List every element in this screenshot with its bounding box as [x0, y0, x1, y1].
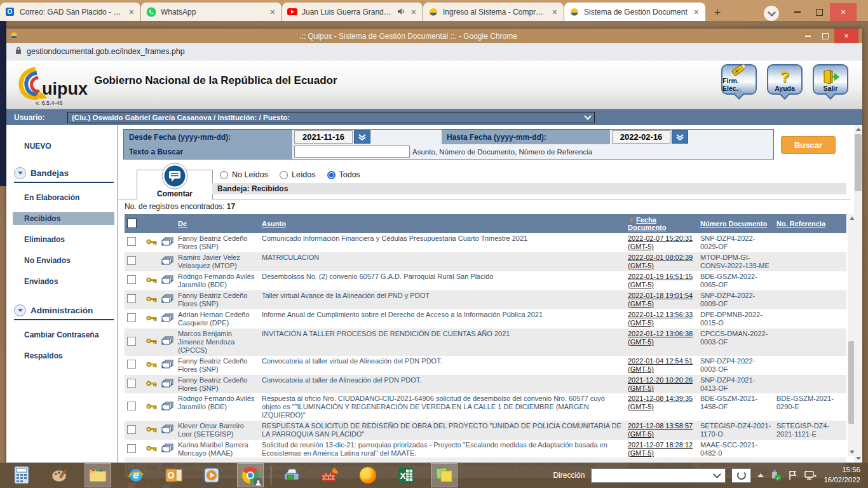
sidebar-item-recibidos[interactable]: Recibidos	[13, 212, 114, 225]
go-refresh-button[interactable]	[732, 468, 751, 483]
doc-subject[interactable]: Comunicado Información Financiera y Cédu…	[259, 233, 625, 252]
row-checkbox-cell[interactable]	[125, 271, 144, 290]
hasta-fecha-input[interactable]: 2022-02-16	[612, 130, 670, 144]
row-checkbox-cell[interactable]	[125, 233, 144, 252]
hasta-fecha-calendar-button[interactable]	[672, 130, 688, 144]
taskbar-clock[interactable]: 15:56 16/02/2022	[824, 465, 860, 485]
copy-document-icon[interactable]	[161, 363, 173, 370]
table-row[interactable]: Marcos Benjamin Jimenez Mendoza (CPCCS) …	[125, 329, 846, 356]
column-header-asunto[interactable]: Asunto	[259, 214, 625, 233]
copy-document-icon[interactable]	[161, 339, 173, 347]
row-checkbox-cell[interactable]	[125, 393, 144, 421]
sticky-notes-icon[interactable]	[431, 464, 457, 487]
table-row[interactable]: Karina Maribel Barrera Moncayo (MAAE) So…	[125, 440, 846, 459]
tab-close-icon[interactable]: ×	[693, 7, 700, 17]
browser-tab-quipux-active[interactable]: Sistema de Gestión Document ×	[564, 3, 705, 21]
copy-document-icon[interactable]	[161, 316, 173, 324]
tab-audio-icon[interactable]	[397, 6, 405, 18]
copy-document-icon[interactable]	[161, 428, 173, 435]
row-checkbox-cell[interactable]	[125, 309, 144, 329]
doc-date-link[interactable]: 2021-12-08 13:58:57 (GMT-5)	[628, 422, 693, 438]
table-row[interactable]: Ramiro Javier Velez Velasquez (MTOP) MAT…	[125, 252, 846, 271]
app-close-button[interactable]: ×	[834, 29, 858, 43]
network-icon[interactable]	[804, 470, 817, 480]
doc-subject[interactable]: RESPUESTA A SOLICITUD DE REDISEÑO DE OBR…	[259, 421, 625, 440]
select-all-checkbox[interactable]	[125, 214, 144, 233]
salir-button[interactable]: Salir	[813, 64, 848, 95]
browser-tab-whatsapp[interactable]: WhatsApp ×	[141, 3, 282, 21]
paint-icon[interactable]	[47, 464, 72, 487]
copy-document-icon[interactable]	[161, 447, 173, 454]
calculator-icon[interactable]	[9, 464, 34, 487]
browser-tab-youtube[interactable]: Juan Luis Guerra Grande M ×	[282, 3, 423, 21]
doc-date-link[interactable]: 2021-12-20 10:20:26 (GMT-5)	[628, 376, 693, 392]
sidebar-item-respaldos[interactable]: Respaldos	[6, 349, 114, 362]
sidebar-item-en-elaboracion[interactable]: En Elaboración	[6, 191, 114, 204]
radio-icon[interactable]	[220, 171, 228, 179]
sidebar-section-bandejas[interactable]: Bandejas	[14, 167, 114, 183]
scrollbar-thumb[interactable]	[855, 134, 862, 191]
user-select[interactable]: (Ciu.) Oswaldo Gabriel García Casanova /…	[67, 112, 595, 123]
table-row[interactable]: Rodrigo Fernando Avilés Jaramillo (BDE) …	[125, 393, 846, 421]
table-row[interactable]: Fanny Beatriz Cedeño Flores (SNP) Taller…	[125, 290, 846, 309]
scroll-up-icon[interactable]	[854, 125, 862, 133]
doc-subject[interactable]: Respuesta al oficio Nro. CIUDADANO-CIU-2…	[259, 393, 625, 421]
doc-subject[interactable]: Convocatoria al taller de Alineación del…	[259, 375, 625, 394]
doc-subject[interactable]: MATRICULACION	[259, 252, 625, 271]
doc-from[interactable]: Rodrigo Fernando Avilés Jaramillo (BDE)	[175, 271, 259, 290]
texto-buscar-input[interactable]	[294, 146, 410, 158]
row-checkbox[interactable]	[127, 256, 136, 265]
doc-from[interactable]: Marcos Benjamin Jimenez Mendoza (CPCCS)	[175, 329, 259, 356]
column-header-de[interactable]: De	[175, 214, 259, 233]
tab-search-button[interactable]	[764, 6, 779, 21]
copy-document-icon[interactable]	[161, 240, 173, 248]
doc-from[interactable]: Fanny Beatriz Cedeño Flores (SNP)	[175, 290, 259, 309]
sidebar-item-eliminados[interactable]: Eliminados	[6, 233, 114, 246]
row-checkbox-cell[interactable]	[125, 290, 144, 309]
sidebar-item-enviados[interactable]: Enviados	[6, 275, 114, 288]
tab-close-icon[interactable]: ×	[128, 7, 135, 17]
tab-close-icon[interactable]: ×	[269, 7, 276, 17]
window-minimize-button[interactable]	[787, 3, 808, 21]
row-checkbox[interactable]	[127, 360, 136, 369]
radio-leidos[interactable]: Leídos	[280, 170, 316, 179]
column-header-fecha[interactable]: ▼ Fecha Documento	[625, 214, 698, 233]
copy-document-icon[interactable]	[161, 259, 173, 267]
doc-from[interactable]: Ramiro Javier Velez Velasquez (MTOP)	[175, 252, 259, 271]
column-header-referencia[interactable]: No. Referencia	[774, 214, 846, 233]
copy-document-icon[interactable]	[161, 278, 173, 286]
row-checkbox[interactable]	[127, 425, 136, 434]
doc-subject[interactable]: Convocatoria al taller virtual de Alinea…	[259, 356, 625, 375]
doc-from[interactable]: Rodrigo Fernando Avilés Jaramillo (BDE)	[175, 393, 259, 421]
internet-explorer-icon[interactable]: e	[123, 464, 149, 487]
sidebar-item-no-enviados[interactable]: No Enviados	[6, 254, 114, 267]
show-hidden-icons-button[interactable]	[757, 473, 764, 477]
doc-date-link[interactable]: 2022-01-12 13:06:38 (GMT-5)	[628, 330, 693, 346]
row-checkbox[interactable]	[127, 294, 136, 303]
buscar-button[interactable]: Buscar	[781, 136, 836, 154]
doc-subject[interactable]: INVITACIÓN A TALLER PROCESOS DE RENDICIÓ…	[259, 329, 625, 356]
doc-date-link[interactable]: 2022-02-07 15:20:31 (GMT-5)	[628, 234, 693, 250]
column-header-numero[interactable]: Número Documento	[698, 214, 774, 233]
doc-date-link[interactable]: 2022-01-12 13:56:33 (GMT-5)	[628, 311, 693, 327]
collapse-chevron-icon[interactable]	[14, 304, 26, 316]
usb-safely-remove-icon[interactable]: ✓	[770, 470, 782, 481]
table-row[interactable]: Rodrigo Fernando Avilés Jaramillo (BDE) …	[125, 271, 846, 290]
sidebar-item-nuevo[interactable]: NUEVO	[24, 142, 118, 151]
app-restore-button[interactable]	[817, 29, 834, 43]
media-player-icon[interactable]	[200, 464, 225, 487]
row-checkbox-cell[interactable]	[125, 329, 144, 356]
copy-document-icon[interactable]	[161, 405, 173, 412]
doc-from[interactable]: Fanny Beatriz Cedeño Flores (SNP)	[175, 356, 259, 375]
horizontal-scrollbar[interactable]	[125, 458, 846, 463]
action-center-flag-icon[interactable]	[788, 470, 798, 480]
window-close-button[interactable]: ×	[830, 3, 857, 21]
doc-subject[interactable]: Informe Anual de Cumplimiento sobre el D…	[259, 309, 625, 329]
row-checkbox-cell[interactable]	[125, 440, 144, 459]
table-row[interactable]: Fanny Beatriz Cedeño Flores (SNP) Convoc…	[125, 375, 846, 394]
doc-from[interactable]: Klever Omar Barreiro Loor (SETEGISP)	[175, 421, 259, 440]
window-restore-button[interactable]	[808, 3, 830, 21]
table-row[interactable]: Fanny Beatriz Cedeño Flores (SNP) Convoc…	[125, 356, 846, 375]
ayuda-button[interactable]: ? Ayuda	[767, 64, 803, 95]
firewall-icon[interactable]	[317, 464, 342, 487]
